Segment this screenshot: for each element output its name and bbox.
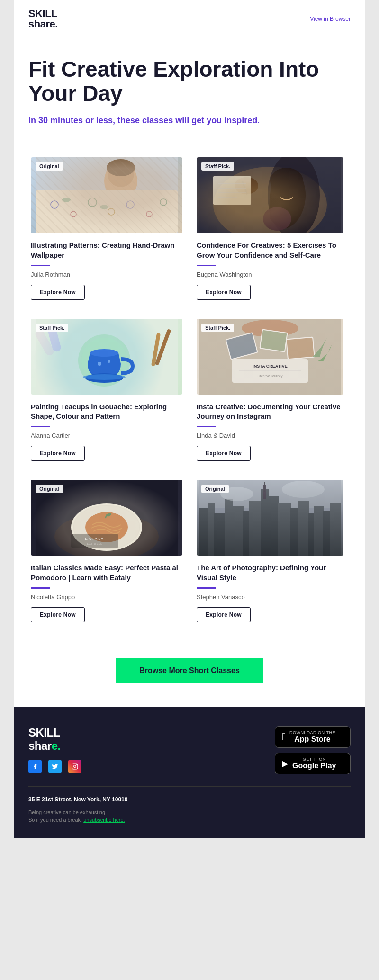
svg-point-39 [242, 320, 298, 337]
svg-point-7 [71, 211, 76, 217]
explore-button-3[interactable]: Explore Now [31, 446, 85, 461]
svg-text:EAT WELL: EAT WELL [87, 542, 102, 545]
course-badge-6: Original [201, 485, 229, 493]
apple-icon:  [282, 731, 286, 743]
svg-point-31 [90, 349, 118, 357]
app-download-buttons:  Download on the App Store ▶ GET IT ON … [275, 726, 351, 774]
svg-point-8 [88, 198, 97, 207]
course-divider-1 [31, 265, 50, 266]
app-store-button[interactable]:  Download on the App Store [275, 726, 351, 748]
svg-point-29 [78, 334, 130, 387]
hero-title: Fit Creative Exploration Into Your Day [28, 57, 351, 105]
course-card-3: Staff Pick. Painting Teacups in Gouache:… [28, 312, 190, 473]
svg-text:EATALY: EATALY [85, 537, 105, 541]
course-author-5: Nicoletta Grippo [31, 593, 182, 601]
course-divider-6 [197, 587, 216, 589]
svg-point-18 [263, 207, 291, 231]
explore-button-6[interactable]: Explore Now [197, 607, 251, 622]
course-badge-3: Staff Pick. [36, 324, 68, 332]
course-title-2: Confidence For Creatives: 5 Exercises To… [197, 241, 343, 260]
svg-rect-42 [259, 329, 288, 352]
course-card-2: Staff Pick. Confidence For Creatives: 5 … [190, 150, 351, 312]
hero-section: Fit Creative Exploration Into Your Day I… [14, 38, 365, 141]
svg-rect-70 [264, 482, 265, 492]
svg-rect-78 [308, 513, 315, 556]
course-author-6: Stephen Vanasco [197, 593, 343, 601]
svg-point-35 [108, 360, 110, 363]
svg-rect-44 [286, 336, 315, 360]
svg-rect-67 [225, 499, 233, 556]
svg-rect-45 [287, 338, 314, 359]
svg-rect-72 [243, 511, 250, 556]
course-divider-5 [31, 587, 50, 589]
course-divider-3 [31, 426, 50, 427]
email-footer: SKILL share. [14, 707, 365, 838]
course-card-6: Original The Art of Photography: Definin… [190, 473, 351, 634]
svg-point-6 [51, 201, 58, 208]
svg-point-53 [73, 505, 140, 549]
svg-rect-37 [155, 329, 171, 366]
svg-text:INSTA CREATIVE: INSTA CREATIVE [253, 364, 287, 369]
course-grid: Original Illustrating Patterns: Creating… [14, 141, 365, 644]
svg-point-51 [54, 513, 159, 556]
logo-text-line1: SKILL share. [28, 9, 58, 29]
course-thumbnail-5: EATALY EAT WELL Original [31, 480, 182, 556]
svg-point-55 [106, 512, 112, 517]
svg-rect-57 [71, 534, 118, 548]
logo-text-line2: share. [28, 18, 58, 30]
google-play-button-text: GET IT ON Google Play [292, 757, 336, 770]
svg-rect-27 [34, 328, 55, 357]
svg-rect-61 [199, 527, 341, 556]
svg-point-86 [76, 764, 77, 765]
svg-point-4 [107, 159, 135, 176]
course-card-5: EATALY EAT WELL Original Italian Classic… [28, 473, 190, 634]
facebook-icon[interactable] [28, 760, 42, 773]
svg-point-15 [268, 157, 320, 233]
svg-rect-36 [151, 333, 161, 366]
svg-rect-40 [225, 332, 258, 360]
svg-point-9 [108, 208, 115, 215]
view-in-browser-link[interactable]: View in Browser [310, 16, 351, 22]
course-title-6: The Art of Photography: Defining Your Vi… [197, 563, 343, 583]
course-badge-4: Staff Pick. [201, 324, 234, 332]
course-thumbnail-3: Staff Pick. [31, 319, 182, 395]
svg-rect-5 [36, 190, 178, 233]
explore-button-4[interactable]: Explore Now [197, 446, 251, 461]
svg-rect-21 [213, 176, 251, 205]
svg-point-10 [126, 201, 134, 208]
unsubscribe-link[interactable]: unsubscribe here. [83, 817, 125, 823]
svg-rect-63 [199, 480, 341, 508]
course-title-4: Insta Creative: Documenting Your Creativ… [197, 402, 343, 422]
explore-button-5[interactable]: Explore Now [31, 607, 85, 622]
svg-rect-69 [263, 485, 266, 499]
browse-classes-button[interactable]: Browse More Short Classes [116, 658, 263, 683]
course-thumbnail-6: Original [197, 480, 343, 556]
svg-rect-75 [278, 503, 291, 556]
google-play-icon: ▶ [282, 758, 289, 769]
course-author-2: Eugena Washington [197, 271, 343, 278]
course-author-4: Linda & David [197, 432, 343, 439]
course-divider-4 [197, 426, 216, 427]
twitter-icon[interactable] [48, 760, 62, 773]
course-badge-2: Staff Pick. [201, 162, 234, 171]
footer-address: 35 E 21st Street, New York, NY 10010 [28, 796, 351, 803]
svg-rect-20 [242, 181, 248, 195]
footer-fine-print: Being creative can be exhausting. So if … [28, 809, 351, 824]
google-play-button[interactable]: ▶ GET IT ON Google Play [275, 753, 351, 774]
explore-button-1[interactable]: Explore Now [31, 285, 85, 300]
svg-rect-71 [233, 506, 244, 556]
course-card-4: INSTA CREATIVE Creative Journey Staff Pi… [190, 312, 351, 473]
svg-rect-74 [269, 496, 279, 556]
course-thumbnail-1: Original [31, 157, 182, 233]
explore-button-2[interactable]: Explore Now [197, 285, 251, 300]
svg-point-14 [213, 167, 327, 233]
instagram-icon[interactable] [68, 760, 81, 773]
svg-point-30 [81, 338, 127, 383]
svg-point-12 [160, 199, 167, 206]
course-title-3: Painting Teacups in Gouache: Exploring S… [31, 402, 182, 422]
hero-subtitle: In 30 minutes or less, these classes wil… [28, 115, 351, 126]
cta-section: Browse More Short Classes [14, 644, 365, 707]
svg-rect-41 [226, 333, 257, 359]
footer-divider [28, 786, 351, 787]
svg-point-11 [146, 211, 152, 217]
